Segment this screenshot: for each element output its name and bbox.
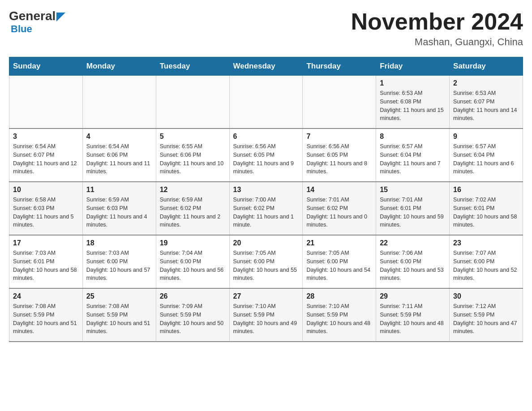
calendar-cell: 18Sunrise: 7:03 AM Sunset: 6:00 PM Dayli…	[82, 235, 156, 288]
logo: General Blue	[9, 9, 65, 35]
logo-arrow-icon	[56, 13, 65, 23]
day-info: Sunrise: 6:54 AM Sunset: 6:06 PM Dayligh…	[86, 142, 152, 176]
day-info: Sunrise: 7:05 AM Sunset: 6:00 PM Dayligh…	[306, 249, 372, 283]
day-info: Sunrise: 6:55 AM Sunset: 6:06 PM Dayligh…	[160, 142, 226, 176]
calendar-cell: 21Sunrise: 7:05 AM Sunset: 6:00 PM Dayli…	[303, 235, 376, 288]
calendar-cell: 11Sunrise: 6:59 AM Sunset: 6:03 PM Dayli…	[82, 182, 156, 235]
weekday-header-wednesday: Wednesday	[229, 57, 303, 76]
day-info: Sunrise: 7:03 AM Sunset: 6:00 PM Dayligh…	[86, 249, 152, 283]
day-number: 3	[13, 133, 79, 141]
calendar-cell: 28Sunrise: 7:10 AM Sunset: 5:59 PM Dayli…	[303, 288, 376, 342]
calendar-week-row: 24Sunrise: 7:08 AM Sunset: 5:59 PM Dayli…	[9, 288, 523, 342]
svg-marker-0	[56, 13, 65, 21]
day-info: Sunrise: 6:58 AM Sunset: 6:03 PM Dayligh…	[13, 196, 79, 229]
day-info: Sunrise: 7:08 AM Sunset: 5:59 PM Dayligh…	[13, 302, 79, 336]
calendar-cell: 20Sunrise: 7:05 AM Sunset: 6:00 PM Dayli…	[229, 235, 303, 288]
day-info: Sunrise: 7:03 AM Sunset: 6:01 PM Dayligh…	[13, 249, 79, 283]
day-info: Sunrise: 7:00 AM Sunset: 6:02 PM Dayligh…	[233, 196, 299, 229]
calendar-cell: 3Sunrise: 6:54 AM Sunset: 6:07 PM Daylig…	[9, 128, 83, 182]
day-number: 2	[453, 79, 519, 87]
day-info: Sunrise: 6:57 AM Sunset: 6:04 PM Dayligh…	[380, 142, 446, 176]
day-info: Sunrise: 7:11 AM Sunset: 5:59 PM Dayligh…	[380, 302, 446, 336]
day-info: Sunrise: 7:10 AM Sunset: 5:59 PM Dayligh…	[233, 302, 299, 336]
day-number: 18	[86, 239, 152, 247]
calendar-cell: 27Sunrise: 7:10 AM Sunset: 5:59 PM Dayli…	[229, 288, 303, 342]
day-number: 14	[306, 186, 372, 194]
calendar-week-row: 10Sunrise: 6:58 AM Sunset: 6:03 PM Dayli…	[9, 182, 523, 235]
day-info: Sunrise: 6:53 AM Sunset: 6:08 PM Dayligh…	[380, 89, 446, 123]
day-info: Sunrise: 7:09 AM Sunset: 5:59 PM Dayligh…	[160, 302, 226, 336]
day-info: Sunrise: 6:57 AM Sunset: 6:04 PM Dayligh…	[453, 142, 519, 176]
day-number: 9	[453, 133, 519, 141]
day-info: Sunrise: 7:01 AM Sunset: 6:01 PM Dayligh…	[380, 196, 446, 229]
calendar-cell	[156, 76, 229, 129]
day-info: Sunrise: 6:59 AM Sunset: 6:02 PM Dayligh…	[160, 196, 226, 229]
weekday-header-tuesday: Tuesday	[156, 57, 229, 76]
calendar-cell: 12Sunrise: 6:59 AM Sunset: 6:02 PM Dayli…	[156, 182, 229, 235]
calendar-cell: 22Sunrise: 7:06 AM Sunset: 6:00 PM Dayli…	[376, 235, 450, 288]
month-title: November 2024	[351, 9, 523, 34]
calendar-cell: 7Sunrise: 6:56 AM Sunset: 6:05 PM Daylig…	[303, 128, 376, 182]
day-info: Sunrise: 6:53 AM Sunset: 6:07 PM Dayligh…	[453, 89, 519, 123]
day-number: 8	[380, 133, 446, 141]
calendar-cell: 6Sunrise: 6:56 AM Sunset: 6:05 PM Daylig…	[229, 128, 303, 182]
title-block: November 2024 Mashan, Guangxi, China	[351, 9, 523, 48]
calendar-cell: 1Sunrise: 6:53 AM Sunset: 6:08 PM Daylig…	[376, 76, 450, 129]
day-info: Sunrise: 7:01 AM Sunset: 6:02 PM Dayligh…	[306, 196, 372, 229]
day-number: 19	[160, 239, 226, 247]
calendar-cell: 23Sunrise: 7:07 AM Sunset: 6:00 PM Dayli…	[450, 235, 523, 288]
day-number: 22	[380, 239, 446, 247]
calendar-cell: 16Sunrise: 7:02 AM Sunset: 6:01 PM Dayli…	[450, 182, 523, 235]
day-number: 26	[160, 292, 226, 300]
day-number: 27	[233, 292, 299, 300]
day-info: Sunrise: 7:10 AM Sunset: 5:59 PM Dayligh…	[306, 302, 372, 336]
day-number: 4	[86, 133, 152, 141]
weekday-header-thursday: Thursday	[303, 57, 376, 76]
calendar-cell: 14Sunrise: 7:01 AM Sunset: 6:02 PM Dayli…	[303, 182, 376, 235]
day-info: Sunrise: 6:56 AM Sunset: 6:05 PM Dayligh…	[233, 142, 299, 176]
calendar-cell: 9Sunrise: 6:57 AM Sunset: 6:04 PM Daylig…	[450, 128, 523, 182]
weekday-header-sunday: Sunday	[9, 57, 83, 76]
day-info: Sunrise: 7:02 AM Sunset: 6:01 PM Dayligh…	[453, 196, 519, 229]
weekday-header-row: SundayMondayTuesdayWednesdayThursdayFrid…	[9, 57, 523, 76]
day-number: 10	[13, 186, 79, 194]
day-number: 15	[380, 186, 446, 194]
calendar-week-row: 1Sunrise: 6:53 AM Sunset: 6:08 PM Daylig…	[9, 76, 523, 129]
day-info: Sunrise: 7:04 AM Sunset: 6:00 PM Dayligh…	[160, 249, 226, 283]
day-info: Sunrise: 7:12 AM Sunset: 5:59 PM Dayligh…	[453, 302, 519, 336]
calendar-cell: 25Sunrise: 7:08 AM Sunset: 5:59 PM Dayli…	[82, 288, 156, 342]
day-info: Sunrise: 7:05 AM Sunset: 6:00 PM Dayligh…	[233, 249, 299, 283]
day-number: 6	[233, 133, 299, 141]
calendar-cell: 29Sunrise: 7:11 AM Sunset: 5:59 PM Dayli…	[376, 288, 450, 342]
calendar-cell	[303, 76, 376, 129]
calendar-cell: 15Sunrise: 7:01 AM Sunset: 6:01 PM Dayli…	[376, 182, 450, 235]
day-number: 25	[86, 292, 152, 300]
day-info: Sunrise: 6:54 AM Sunset: 6:07 PM Dayligh…	[13, 142, 79, 176]
day-number: 7	[306, 133, 372, 141]
calendar-cell: 19Sunrise: 7:04 AM Sunset: 6:00 PM Dayli…	[156, 235, 229, 288]
day-number: 29	[380, 292, 446, 300]
day-number: 5	[160, 133, 226, 141]
calendar-cell: 8Sunrise: 6:57 AM Sunset: 6:04 PM Daylig…	[376, 128, 450, 182]
weekday-header-friday: Friday	[376, 57, 450, 76]
calendar-cell	[9, 76, 83, 129]
day-info: Sunrise: 7:08 AM Sunset: 5:59 PM Dayligh…	[86, 302, 152, 336]
day-number: 1	[380, 79, 446, 87]
day-number: 24	[13, 292, 79, 300]
weekday-header-monday: Monday	[82, 57, 156, 76]
calendar-table: SundayMondayTuesdayWednesdayThursdayFrid…	[9, 57, 523, 342]
calendar-cell: 24Sunrise: 7:08 AM Sunset: 5:59 PM Dayli…	[9, 288, 83, 342]
day-number: 17	[13, 239, 79, 247]
day-number: 20	[233, 239, 299, 247]
calendar-cell: 30Sunrise: 7:12 AM Sunset: 5:59 PM Dayli…	[450, 288, 523, 342]
day-number: 30	[453, 292, 519, 300]
weekday-header-saturday: Saturday	[450, 57, 523, 76]
calendar-cell	[229, 76, 303, 129]
page-header: General Blue November 2024 Mashan, Guang…	[9, 9, 523, 48]
calendar-cell: 4Sunrise: 6:54 AM Sunset: 6:06 PM Daylig…	[82, 128, 156, 182]
day-info: Sunrise: 7:06 AM Sunset: 6:00 PM Dayligh…	[380, 249, 446, 283]
day-number: 12	[160, 186, 226, 194]
calendar-week-row: 3Sunrise: 6:54 AM Sunset: 6:07 PM Daylig…	[9, 128, 523, 182]
day-info: Sunrise: 6:59 AM Sunset: 6:03 PM Dayligh…	[86, 196, 152, 229]
logo-blue-text: Blue	[11, 23, 65, 35]
